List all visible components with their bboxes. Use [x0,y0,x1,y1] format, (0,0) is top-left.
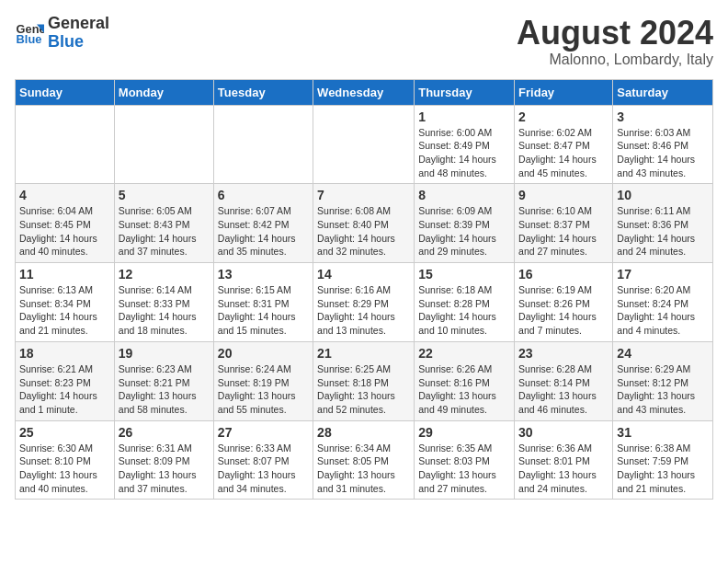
calendar-cell: 18Sunrise: 6:21 AM Sunset: 8:23 PM Dayli… [16,341,115,420]
calendar-cell: 3Sunrise: 6:03 AM Sunset: 8:46 PM Daylig… [613,105,713,184]
day-info: Sunrise: 6:03 AM Sunset: 8:46 PM Dayligh… [617,126,709,180]
day-info: Sunrise: 6:18 AM Sunset: 8:28 PM Dayligh… [418,283,510,338]
day-number: 28 [317,425,410,440]
title-block: August 2024 Malonno, Lombardy, Italy [517,15,713,68]
day-number: 18 [19,346,110,361]
day-number: 3 [617,109,709,124]
calendar-cell: 1Sunrise: 6:00 AM Sunset: 8:49 PM Daylig… [415,105,515,184]
day-info: Sunrise: 6:25 AM Sunset: 8:18 PM Dayligh… [317,362,410,417]
day-info: Sunrise: 6:15 AM Sunset: 8:31 PM Dayligh… [218,283,309,338]
weekday-header-monday: Monday [114,79,213,105]
weekday-header-sunday: Sunday [16,79,115,105]
day-info: Sunrise: 6:34 AM Sunset: 8:05 PM Dayligh… [317,442,410,496]
day-info: Sunrise: 6:13 AM Sunset: 8:34 PM Dayligh… [19,283,110,338]
day-info: Sunrise: 6:21 AM Sunset: 8:23 PM Dayligh… [19,362,110,417]
week-row-5: 25Sunrise: 6:30 AM Sunset: 8:10 PM Dayli… [16,420,713,500]
day-number: 24 [617,346,709,361]
calendar-cell: 28Sunrise: 6:34 AM Sunset: 8:05 PM Dayli… [313,420,415,500]
week-row-2: 4Sunrise: 6:04 AM Sunset: 8:45 PM Daylig… [16,184,713,263]
week-row-4: 18Sunrise: 6:21 AM Sunset: 8:23 PM Dayli… [16,341,713,420]
calendar-cell: 23Sunrise: 6:28 AM Sunset: 8:14 PM Dayli… [515,341,613,420]
day-number: 30 [518,425,609,440]
day-number: 12 [119,267,210,282]
calendar-cell: 11Sunrise: 6:13 AM Sunset: 8:34 PM Dayli… [16,263,115,342]
day-info: Sunrise: 6:09 AM Sunset: 8:39 PM Dayligh… [418,204,510,259]
weekday-header-saturday: Saturday [613,79,713,105]
day-number: 15 [418,267,510,282]
day-info: Sunrise: 6:00 AM Sunset: 8:49 PM Dayligh… [418,126,510,180]
day-info: Sunrise: 6:19 AM Sunset: 8:26 PM Dayligh… [518,283,609,338]
day-number: 11 [19,267,110,282]
calendar-table: SundayMondayTuesdayWednesdayThursdayFrid… [15,79,713,500]
day-number: 31 [617,425,709,440]
calendar-cell: 17Sunrise: 6:20 AM Sunset: 8:24 PM Dayli… [613,263,713,342]
day-number: 17 [617,267,709,282]
svg-text:Blue: Blue [17,32,42,46]
calendar-cell: 7Sunrise: 6:08 AM Sunset: 8:40 PM Daylig… [313,184,415,263]
weekday-header-row: SundayMondayTuesdayWednesdayThursdayFrid… [16,79,713,105]
day-number: 26 [119,425,210,440]
day-info: Sunrise: 6:05 AM Sunset: 8:43 PM Dayligh… [119,204,210,259]
day-number: 9 [518,188,609,202]
day-info: Sunrise: 6:07 AM Sunset: 8:42 PM Dayligh… [218,204,309,259]
page-header: General Blue General Blue August 2024 Ma… [15,15,713,68]
weekday-header-tuesday: Tuesday [213,79,313,105]
calendar-cell [313,105,415,184]
calendar-cell: 13Sunrise: 6:15 AM Sunset: 8:31 PM Dayli… [213,263,313,342]
day-info: Sunrise: 6:31 AM Sunset: 8:09 PM Dayligh… [119,442,210,496]
day-number: 13 [218,267,309,282]
calendar-cell: 29Sunrise: 6:35 AM Sunset: 8:03 PM Dayli… [415,420,515,500]
day-info: Sunrise: 6:29 AM Sunset: 8:12 PM Dayligh… [617,362,709,417]
week-row-1: 1Sunrise: 6:00 AM Sunset: 8:49 PM Daylig… [16,105,713,184]
day-number: 27 [218,425,309,440]
calendar-cell: 25Sunrise: 6:30 AM Sunset: 8:10 PM Dayli… [16,420,115,500]
day-info: Sunrise: 6:26 AM Sunset: 8:16 PM Dayligh… [418,362,510,417]
calendar-cell: 19Sunrise: 6:23 AM Sunset: 8:21 PM Dayli… [114,341,213,420]
week-row-3: 11Sunrise: 6:13 AM Sunset: 8:34 PM Dayli… [16,263,713,342]
calendar-cell: 15Sunrise: 6:18 AM Sunset: 8:28 PM Dayli… [415,263,515,342]
day-info: Sunrise: 6:33 AM Sunset: 8:07 PM Dayligh… [218,442,309,496]
day-info: Sunrise: 6:35 AM Sunset: 8:03 PM Dayligh… [418,442,510,496]
day-info: Sunrise: 6:30 AM Sunset: 8:10 PM Dayligh… [19,442,110,496]
day-number: 25 [19,425,110,440]
day-info: Sunrise: 6:28 AM Sunset: 8:14 PM Dayligh… [518,362,609,417]
calendar-cell: 12Sunrise: 6:14 AM Sunset: 8:33 PM Dayli… [114,263,213,342]
calendar-cell: 26Sunrise: 6:31 AM Sunset: 8:09 PM Dayli… [114,420,213,500]
day-info: Sunrise: 6:36 AM Sunset: 8:01 PM Dayligh… [518,442,609,496]
calendar-cell: 20Sunrise: 6:24 AM Sunset: 8:19 PM Dayli… [213,341,313,420]
day-info: Sunrise: 6:38 AM Sunset: 7:59 PM Dayligh… [617,442,709,496]
calendar-cell: 5Sunrise: 6:05 AM Sunset: 8:43 PM Daylig… [114,184,213,263]
day-number: 16 [518,267,609,282]
calendar-cell: 14Sunrise: 6:16 AM Sunset: 8:29 PM Dayli… [313,263,415,342]
month-year: August 2024 [517,15,713,52]
calendar-cell: 24Sunrise: 6:29 AM Sunset: 8:12 PM Dayli… [613,341,713,420]
day-info: Sunrise: 6:14 AM Sunset: 8:33 PM Dayligh… [119,283,210,338]
day-info: Sunrise: 6:16 AM Sunset: 8:29 PM Dayligh… [317,283,410,338]
day-info: Sunrise: 6:23 AM Sunset: 8:21 PM Dayligh… [119,362,210,417]
day-info: Sunrise: 6:24 AM Sunset: 8:19 PM Dayligh… [218,362,309,417]
day-number: 29 [418,425,510,440]
calendar-cell: 31Sunrise: 6:38 AM Sunset: 7:59 PM Dayli… [613,420,713,500]
location: Malonno, Lombardy, Italy [517,52,713,68]
logo-line1: General [48,15,109,33]
day-info: Sunrise: 6:10 AM Sunset: 8:37 PM Dayligh… [518,204,609,259]
logo-icon: General Blue [15,18,44,48]
day-info: Sunrise: 6:11 AM Sunset: 8:36 PM Dayligh… [617,204,709,259]
calendar-cell: 2Sunrise: 6:02 AM Sunset: 8:47 PM Daylig… [515,105,613,184]
weekday-header-wednesday: Wednesday [313,79,415,105]
calendar-cell: 16Sunrise: 6:19 AM Sunset: 8:26 PM Dayli… [515,263,613,342]
weekday-header-thursday: Thursday [415,79,515,105]
calendar-cell: 6Sunrise: 6:07 AM Sunset: 8:42 PM Daylig… [213,184,313,263]
day-info: Sunrise: 6:02 AM Sunset: 8:47 PM Dayligh… [518,126,609,180]
calendar-cell: 30Sunrise: 6:36 AM Sunset: 8:01 PM Dayli… [515,420,613,500]
day-number: 10 [617,188,709,202]
logo-line2: Blue [48,33,109,52]
day-number: 1 [418,109,510,124]
day-info: Sunrise: 6:08 AM Sunset: 8:40 PM Dayligh… [317,204,410,259]
day-number: 14 [317,267,410,282]
day-number: 22 [418,346,510,361]
calendar-body: 1Sunrise: 6:00 AM Sunset: 8:49 PM Daylig… [16,105,713,500]
calendar-cell: 4Sunrise: 6:04 AM Sunset: 8:45 PM Daylig… [16,184,115,263]
day-number: 5 [119,188,210,202]
calendar-cell: 21Sunrise: 6:25 AM Sunset: 8:18 PM Dayli… [313,341,415,420]
